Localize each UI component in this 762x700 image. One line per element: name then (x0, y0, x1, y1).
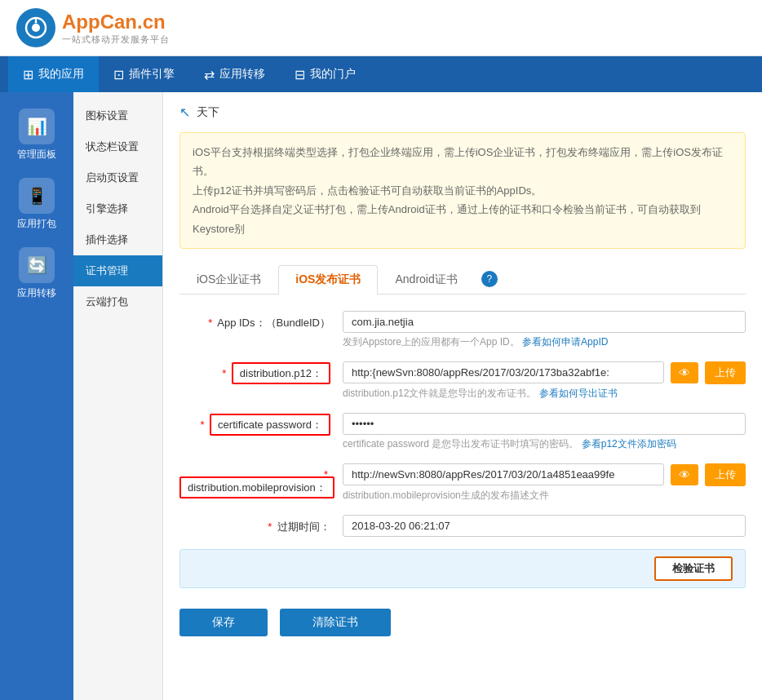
svg-point-3 (35, 21, 38, 24)
dist-p12-eye-button[interactable]: 👁 (671, 362, 698, 383)
sub-sidebar-plugin[interactable]: 插件选择 (73, 224, 162, 255)
required-star-p12: * (222, 367, 226, 379)
verify-cert-button[interactable]: 检验证书 (654, 556, 733, 581)
app-ids-hint: 发到Appstore上的应用都有一个App ID。 参看如何申请AppID (343, 335, 746, 349)
app-ids-link[interactable]: 参看如何申请AppID (522, 336, 608, 348)
nav-apps-icon: ⊞ (23, 67, 33, 82)
logo-subtitle: 一站式移动开发服务平台 (62, 33, 170, 46)
nav-apps-label: 我的应用 (38, 67, 84, 82)
logo-main-text: AppCan (62, 11, 137, 33)
expiry-label: * 过期时间： (179, 515, 343, 534)
dist-p12-label-wrapper: * distribution.p12： (179, 361, 343, 381)
tab-ios-release[interactable]: iOS发布证书 (278, 265, 378, 295)
nav-portal-icon: ⊟ (295, 67, 305, 82)
sidebar-item-app-transfer[interactable]: 🔄 应用转移 (4, 239, 69, 308)
nav-my-portal[interactable]: ⊟ 我的门户 (280, 56, 370, 92)
mobileprov-input: http://newSvn:8080/appRes/2017/03/20/1a4… (343, 463, 664, 485)
sidebar-item-dashboard[interactable]: 📊 管理面板 (4, 100, 69, 170)
dist-p12-input: http:{newSvn:8080/appRes/2017/03/20/173b… (343, 361, 664, 383)
tab-help-icon[interactable]: ? (481, 271, 498, 287)
sidebar-dashboard-label: 管理面板 (17, 148, 56, 162)
form-row-app-ids: * App IDs：（BundleID） 发到Appstore上的应用都有一个A… (179, 311, 746, 349)
mobileprov-upload-row: http://newSvn:8080/appRes/2017/03/20/1a4… (343, 463, 746, 486)
logo-brand: AppCan.cn (62, 11, 170, 33)
logo-icon (16, 8, 55, 47)
logo: AppCan.cn 一站式移动开发服务平台 (16, 8, 170, 47)
sub-sidebar-splash[interactable]: 启动页设置 (73, 162, 162, 193)
form-row-expiry: * 过期时间： (179, 515, 746, 537)
info-line1: iOS平台支持根据终端类型选择，打包企业终端应用，需上传iOS企业证书，打包发布… (193, 143, 733, 181)
breadcrumb-icon: ↖ (179, 104, 190, 120)
dist-p12-upload-row: http:{newSvn:8080/appRes/2017/03/20/173b… (343, 361, 746, 384)
required-star: * (208, 317, 212, 329)
info-box: iOS平台支持根据终端类型选择，打包企业终端应用，需上传iOS企业证书，打包发布… (179, 132, 746, 249)
app-package-icon: 📱 (19, 178, 55, 214)
app-transfer-icon: 🔄 (19, 247, 55, 283)
app-ids-value: 发到Appstore上的应用都有一个App ID。 参看如何申请AppID (343, 311, 746, 349)
sidebar-app-package-label: 应用打包 (17, 217, 56, 231)
mobileprov-value: http://newSvn:8080/appRes/2017/03/20/1a4… (343, 463, 746, 503)
dist-p12-link[interactable]: 参看如何导出证书 (539, 388, 618, 399)
sidebar: 📊 管理面板 📱 应用打包 🔄 应用转移 (0, 92, 73, 700)
sidebar-item-app-package[interactable]: 📱 应用打包 (4, 170, 69, 239)
sub-sidebar-cloud-build[interactable]: 云端打包 (73, 286, 162, 317)
info-line2: 上传p12证书并填写密码后，点击检验证书可自动获取当前证书的AppIDs。 (193, 181, 733, 200)
content-area: ↖ 天下 iOS平台支持根据终端类型选择，打包企业终端应用，需上传iOS企业证书… (163, 92, 762, 700)
sidebar-app-transfer-label: 应用转移 (17, 286, 56, 300)
mobileprov-hint: distribution.mobileprovision生成的发布描述文件 (343, 489, 746, 503)
nav-app-transfer[interactable]: ⇄ 应用转移 (189, 56, 280, 92)
breadcrumb: ↖ 天下 (179, 104, 746, 120)
app-ids-input[interactable] (343, 311, 746, 333)
save-button[interactable]: 保存 (179, 609, 268, 636)
main-layout: 📊 管理面板 📱 应用打包 🔄 应用转移 图标设置 状态栏设置 启动页设置 (0, 92, 762, 700)
sub-sidebar: 图标设置 状态栏设置 启动页设置 引擎选择 插件选择 证书管理 云端打包 (73, 92, 163, 700)
logo-dot: .cn (137, 11, 166, 33)
form-row-dist-p12: * distribution.p12： http:{newSvn:8080/ap… (179, 361, 746, 401)
info-line3: Android平台选择自定义证书打包，需上传Android证书，通过上传的证书和… (193, 200, 733, 238)
breadcrumb-label: 天下 (197, 105, 219, 120)
sub-sidebar-icon-settings[interactable]: 图标设置 (73, 100, 162, 131)
nav-plugin-label: 插件引擎 (129, 67, 175, 82)
nav-my-apps[interactable]: ⊞ 我的应用 (8, 56, 99, 92)
nav-plugin-ref[interactable]: ⊡ 插件引擎 (99, 56, 189, 92)
navbar: ⊞ 我的应用 ⊡ 插件引擎 ⇄ 应用转移 ⊟ 我的门户 (0, 56, 762, 92)
expiry-input[interactable] (343, 515, 746, 537)
cert-pwd-hint: certificate password 是您导出发布证书时填写的密码。 参看p… (343, 437, 746, 451)
logo-svg (24, 16, 48, 40)
app-ids-label: * App IDs：（BundleID） (179, 311, 343, 330)
tabs: iOS企业证书 iOS发布证书 Android证书 ? (179, 265, 746, 295)
logo-text: AppCan.cn 一站式移动开发服务平台 (62, 11, 170, 46)
dist-p12-upload-button[interactable]: 上传 (705, 361, 746, 384)
nav-portal-label: 我的门户 (310, 67, 356, 82)
sub-sidebar-statusbar[interactable]: 状态栏设置 (73, 131, 162, 162)
tab-ios-enterprise[interactable]: iOS企业证书 (179, 265, 278, 294)
form-row-cert-pwd: * certificate password： certificate pass… (179, 413, 746, 451)
expiry-value (343, 515, 746, 537)
mobileprov-label-wrapper: * distribution.mobileprovision： (179, 463, 343, 495)
mobileprov-eye-button[interactable]: 👁 (671, 464, 698, 485)
form-row-mobileprov: * distribution.mobileprovision： http://n… (179, 463, 746, 503)
cert-pwd-value: certificate password 是您导出发布证书时填写的密码。 参看p… (343, 413, 746, 451)
nav-transfer-icon: ⇄ (204, 67, 215, 82)
tab-android-cert[interactable]: Android证书 (378, 265, 474, 294)
action-area: 保存 清除证书 (179, 600, 746, 645)
nav-plugin-icon: ⊡ (113, 67, 124, 82)
clear-button[interactable]: 清除证书 (280, 609, 391, 636)
nav-transfer-label: 应用转移 (219, 67, 265, 82)
required-star-expiry: * (268, 521, 272, 533)
verify-area: 检验证书 (179, 549, 746, 588)
cert-pwd-input[interactable] (343, 413, 746, 435)
dist-p12-hint: distribution.p12文件就是您导出的发布证书。 参看如何导出证书 (343, 387, 746, 401)
header: AppCan.cn 一站式移动开发服务平台 (0, 0, 762, 56)
cert-pwd-label: certificate password： (210, 414, 330, 436)
sub-sidebar-cert-mgmt[interactable]: 证书管理 (73, 255, 162, 286)
dashboard-icon: 📊 (19, 109, 55, 144)
mobileprov-label: distribution.mobileprovision： (179, 476, 334, 498)
cert-pwd-link[interactable]: 参看p12文件添加密码 (582, 438, 676, 450)
cert-pwd-label-wrapper: * certificate password： (179, 413, 343, 432)
dist-p12-value: http:{newSvn:8080/appRes/2017/03/20/173b… (343, 361, 746, 401)
svg-point-1 (32, 24, 40, 32)
required-star-pwd: * (200, 419, 204, 431)
sub-sidebar-engine[interactable]: 引擎选择 (73, 193, 162, 224)
mobileprov-upload-button[interactable]: 上传 (705, 463, 746, 486)
